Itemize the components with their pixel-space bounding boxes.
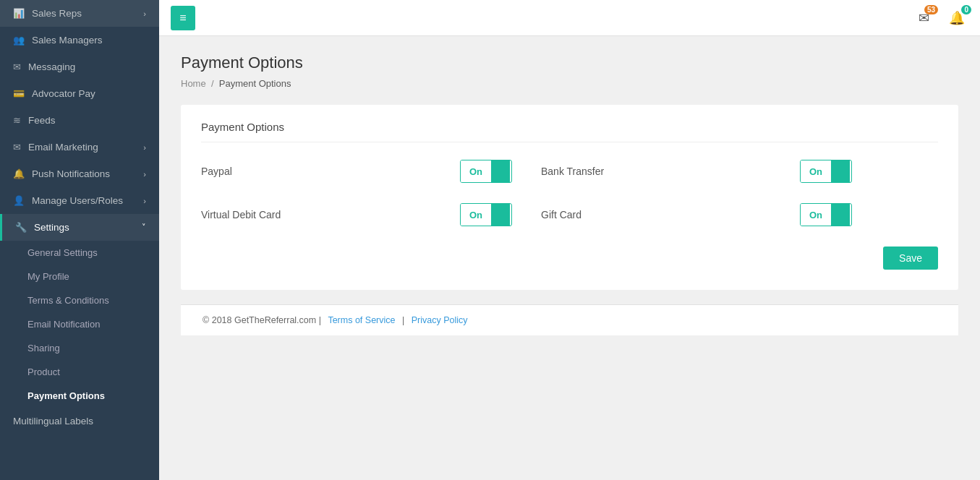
virtual-debit-card-label: Virtual Debit Card [201, 209, 281, 220]
settings-icon: 🔧 [15, 222, 27, 233]
payment-options-card: Payment Options Paypal On Bank Transfer … [181, 105, 958, 290]
footer-terms-of-service[interactable]: Terms of Service [328, 315, 395, 325]
bank-transfer-toggle-handle [831, 160, 850, 182]
bank-transfer-toggle-on: On [801, 160, 831, 182]
manage-users-icon: 👤 [13, 195, 25, 206]
sidebar-item-label: Messaging [28, 61, 75, 72]
chevron-icon: › [143, 9, 146, 18]
sidebar-item-label: Manage Users/Roles [32, 195, 123, 206]
feeds-icon: ≋ [13, 115, 21, 126]
sidebar-sub-payment-options[interactable]: Payment Options [0, 384, 159, 408]
sidebar-item-label: Settings [34, 222, 69, 233]
advocator-pay-icon: 💳 [13, 88, 25, 99]
sales-reps-icon: 📊 [13, 8, 25, 19]
bank-transfer-label: Bank Transfer [541, 166, 604, 177]
sidebar-sub-label: Terms & Conditions [27, 295, 109, 306]
sidebar-sub-my-profile[interactable]: My Profile [0, 265, 159, 288]
chevron-icon: ˅ [142, 223, 146, 232]
sidebar-item-label: Push Notifications [32, 168, 110, 179]
sidebar-item-advocator-pay[interactable]: 💳 Advocator Pay [0, 80, 159, 107]
payment-row-bank-transfer: Bank Transfer On [541, 160, 852, 183]
sidebar: 📊 Sales Reps › 👥 Sales Managers ✉ Messag… [0, 0, 159, 480]
save-row: Save [201, 247, 938, 270]
footer-copyright: © 2018 GetTheReferral.com [203, 315, 316, 325]
gift-card-toggle-on: On [801, 204, 831, 226]
sidebar-sub-terms-conditions[interactable]: Terms & Conditions [0, 288, 159, 312]
virtual-debit-card-toggle-on: On [461, 204, 491, 226]
sidebar-item-push-notifications[interactable]: 🔔 Push Notifications › [0, 160, 159, 187]
card-title: Payment Options [201, 121, 938, 142]
sidebar-item-sales-reps[interactable]: 📊 Sales Reps › [0, 0, 159, 27]
sidebar-item-sales-managers[interactable]: 👥 Sales Managers [0, 27, 159, 53]
topbar-left: ≡ [171, 6, 195, 30]
sidebar-item-label: Sales Managers [32, 35, 103, 46]
bank-transfer-toggle[interactable]: On [800, 160, 852, 183]
sidebar-item-messaging[interactable]: ✉ Messaging [0, 53, 159, 80]
topbar-right: ✉ 53 🔔 0 [912, 7, 968, 30]
email-marketing-icon: ✉ [13, 142, 21, 153]
topbar: ≡ ✉ 53 🔔 0 [159, 0, 980, 36]
paypal-toggle-on: On [461, 160, 491, 182]
main-area: ≡ ✉ 53 🔔 0 Payment Options Home / Paymen… [159, 0, 980, 480]
messaging-icon: ✉ [13, 61, 21, 72]
sidebar-item-email-marketing[interactable]: ✉ Email Marketing › [0, 134, 159, 160]
payment-row-paypal: Paypal On [201, 160, 512, 183]
sidebar-item-feeds[interactable]: ≋ Feeds [0, 107, 159, 134]
sidebar-item-label: Multilingual Labels [13, 416, 93, 427]
sidebar-sub-email-notification[interactable]: Email Notification [0, 312, 159, 336]
chevron-icon: › [143, 143, 146, 152]
page-title: Payment Options [181, 53, 958, 72]
payment-row-gift-card: Gift Card On [541, 203, 852, 226]
sidebar-sub-label: General Settings [27, 247, 98, 258]
breadcrumb: Home / Payment Options [181, 78, 958, 89]
sidebar-item-label: Sales Reps [32, 8, 82, 19]
payment-row-virtual-debit-card: Virtual Debit Card On [201, 203, 512, 226]
sidebar-sub-label: Payment Options [27, 390, 105, 401]
sales-managers-icon: 👥 [13, 35, 25, 46]
save-button[interactable]: Save [883, 247, 938, 270]
chevron-icon: › [143, 170, 146, 179]
breadcrumb-home[interactable]: Home [181, 78, 206, 89]
email-badge: 53 [924, 5, 938, 14]
sidebar-sub-label: Sharing [27, 343, 60, 353]
sidebar-sub-sharing[interactable]: Sharing [0, 336, 159, 360]
sidebar-sub-label: Product [27, 367, 60, 377]
payment-grid: Paypal On Bank Transfer On Vir [201, 160, 852, 226]
virtual-debit-card-toggle-handle [491, 204, 510, 226]
bell-badge: 0 [961, 5, 971, 14]
paypal-label: Paypal [201, 166, 232, 177]
paypal-toggle[interactable]: On [460, 160, 512, 183]
sidebar-item-settings[interactable]: 🔧 Settings ˅ [0, 214, 159, 241]
virtual-debit-card-toggle[interactable]: On [460, 203, 512, 226]
content-area: Payment Options Home / Payment Options P… [159, 36, 980, 480]
breadcrumb-current: Payment Options [219, 78, 291, 89]
sidebar-sub-label: Email Notification [27, 319, 100, 330]
sidebar-item-label: Email Marketing [28, 142, 98, 153]
sidebar-item-label: Advocator Pay [32, 88, 95, 99]
sidebar-sub-general-settings[interactable]: General Settings [0, 241, 159, 265]
sidebar-sub-label: My Profile [27, 271, 69, 282]
gift-card-toggle[interactable]: On [800, 203, 852, 226]
sidebar-sub-product[interactable]: Product [0, 360, 159, 384]
chevron-icon: › [143, 197, 146, 205]
email-notif-icon[interactable]: ✉ 53 [912, 7, 935, 30]
sidebar-item-label: Feeds [28, 115, 56, 126]
paypal-toggle-handle [491, 160, 510, 182]
hamburger-button[interactable]: ≡ [171, 6, 195, 30]
push-notifications-icon: 🔔 [13, 168, 25, 179]
footer: © 2018 GetTheReferral.com | Terms of Ser… [181, 304, 958, 335]
hamburger-icon: ≡ [179, 12, 186, 25]
sidebar-item-manage-users[interactable]: 👤 Manage Users/Roles › [0, 187, 159, 214]
gift-card-label: Gift Card [541, 209, 581, 220]
bell-notif-icon[interactable]: 🔔 0 [945, 7, 968, 30]
gift-card-toggle-handle [831, 204, 850, 226]
footer-privacy-policy[interactable]: Privacy Policy [412, 315, 468, 325]
sidebar-item-multilingual-labels[interactable]: Multilingual Labels [0, 408, 159, 434]
